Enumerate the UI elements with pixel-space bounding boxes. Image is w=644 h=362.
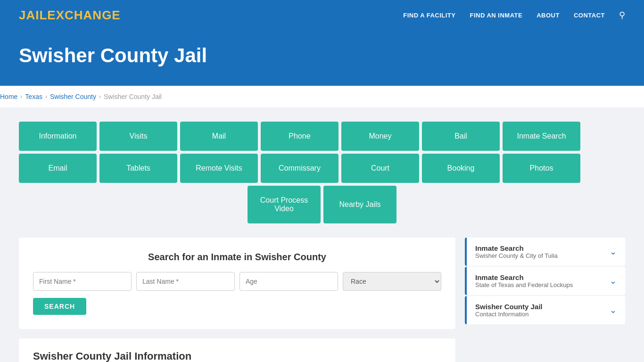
sidebar-card-subtitle-1: State of Texas and Federal Lockups xyxy=(475,281,573,288)
sidebar-card-title-1: Inmate Search xyxy=(475,273,573,281)
grid-btn-photos[interactable]: Photos xyxy=(503,154,580,183)
sidebar-card-0: Inmate Search Swisher County & City of T… xyxy=(465,238,625,266)
button-grid-row2: EmailTabletsRemote VisitsCommissaryCourt… xyxy=(19,154,625,183)
logo-exchange: EXCHANGE xyxy=(47,8,120,22)
race-select[interactable]: RaceWhiteBlackHispanicAsianOther xyxy=(343,272,441,291)
nav-about[interactable]: ABOUT xyxy=(537,12,560,19)
sidebar: Inmate Search Swisher County & City of T… xyxy=(465,238,625,325)
breadcrumb-sep-1: › xyxy=(20,93,22,100)
button-grid-row3: Court Process VideoNearby Jails xyxy=(19,186,625,223)
grid-btn-remote-visits[interactable]: Remote Visits xyxy=(180,154,258,183)
site-header: JAILEXCHANGE FIND A FACILITY FIND AN INM… xyxy=(0,0,644,30)
sidebar-card-1: Inmate Search State of Texas and Federal… xyxy=(465,267,625,295)
grid-btn-email[interactable]: Email xyxy=(19,154,97,183)
grid-btn-information[interactable]: Information xyxy=(19,122,97,151)
grid-btn-commissary[interactable]: Commissary xyxy=(261,154,339,183)
search-box: Search for an Inmate in Swisher County R… xyxy=(19,238,455,329)
outer-content: InformationVisitsMailPhoneMoneyBailInmat… xyxy=(0,107,644,362)
page-title: Swisher County Jail xyxy=(19,44,625,67)
nav-find-facility[interactable]: FIND A FACILITY xyxy=(403,12,455,19)
search-title: Search for an Inmate in Swisher County xyxy=(33,252,441,263)
breadcrumb: Home › Texas › Swisher County › Swisher … xyxy=(0,86,644,107)
search-icon[interactable]: ⚲ xyxy=(619,10,625,20)
site-logo[interactable]: JAILEXCHANGE xyxy=(19,8,121,23)
button-grid-section: InformationVisitsMailPhoneMoneyBailInmat… xyxy=(19,107,625,228)
nav-find-inmate[interactable]: FIND AN INMATE xyxy=(470,12,522,19)
left-column: Search for an Inmate in Swisher County R… xyxy=(19,238,455,362)
button-grid-row1: InformationVisitsMailPhoneMoneyBailInmat… xyxy=(19,122,625,151)
info-title: Swisher County Jail Information xyxy=(33,350,441,362)
chevron-down-icon: ⌄ xyxy=(610,305,617,315)
breadcrumb-current: Swisher County Jail xyxy=(104,93,162,100)
sidebar-card-2: Swisher County Jail Contact Information … xyxy=(465,296,625,324)
grid-btn-booking[interactable]: Booking xyxy=(422,154,500,183)
last-name-input[interactable] xyxy=(136,272,235,291)
breadcrumb-sep-3: › xyxy=(99,93,101,100)
grid-btn-visits[interactable]: Visits xyxy=(99,122,177,151)
search-fields: RaceWhiteBlackHispanicAsianOther xyxy=(33,272,441,291)
sidebar-card-title-0: Inmate Search xyxy=(475,244,558,252)
search-button[interactable]: SEARCH xyxy=(33,298,86,315)
grid-btn-phone[interactable]: Phone xyxy=(261,122,339,151)
grid-btn-inmate-search[interactable]: Inmate Search xyxy=(503,122,580,151)
breadcrumb-texas[interactable]: Texas xyxy=(25,93,42,100)
nav-contact[interactable]: CONTACT xyxy=(574,12,605,19)
main-nav: FIND A FACILITY FIND AN INMATE ABOUT CON… xyxy=(403,10,625,20)
grid-btn-money[interactable]: Money xyxy=(341,122,419,151)
grid-btn-tablets[interactable]: Tablets xyxy=(99,154,177,183)
sidebar-card-header-1[interactable]: Inmate Search State of Texas and Federal… xyxy=(465,267,625,295)
chevron-down-icon: ⌄ xyxy=(610,276,617,286)
info-section: Swisher County Jail Information xyxy=(19,338,455,362)
grid-btn-court[interactable]: Court xyxy=(341,154,419,183)
age-input[interactable] xyxy=(239,272,338,291)
grid-btn-court-process-video[interactable]: Court Process Video xyxy=(248,186,321,223)
hero-section: Swisher County Jail xyxy=(0,30,644,86)
sidebar-card-header-0[interactable]: Inmate Search Swisher County & City of T… xyxy=(465,238,625,266)
breadcrumb-county[interactable]: Swisher County xyxy=(50,93,96,100)
sidebar-card-subtitle-2: Contact Information xyxy=(475,311,543,318)
logo-jail: JAIL xyxy=(19,8,47,22)
breadcrumb-home[interactable]: Home xyxy=(0,93,17,100)
grid-btn-nearby-jails[interactable]: Nearby Jails xyxy=(323,186,396,223)
sidebar-card-header-2[interactable]: Swisher County Jail Contact Information … xyxy=(465,296,625,324)
sidebar-card-subtitle-0: Swisher County & City of Tulia xyxy=(475,252,558,259)
grid-btn-mail[interactable]: Mail xyxy=(180,122,258,151)
breadcrumb-sep-2: › xyxy=(45,93,47,100)
main-layout: Search for an Inmate in Swisher County R… xyxy=(19,228,625,362)
sidebar-card-title-2: Swisher County Jail xyxy=(475,303,543,311)
first-name-input[interactable] xyxy=(33,272,132,291)
chevron-down-icon: ⌄ xyxy=(610,247,617,257)
grid-btn-bail[interactable]: Bail xyxy=(422,122,500,151)
